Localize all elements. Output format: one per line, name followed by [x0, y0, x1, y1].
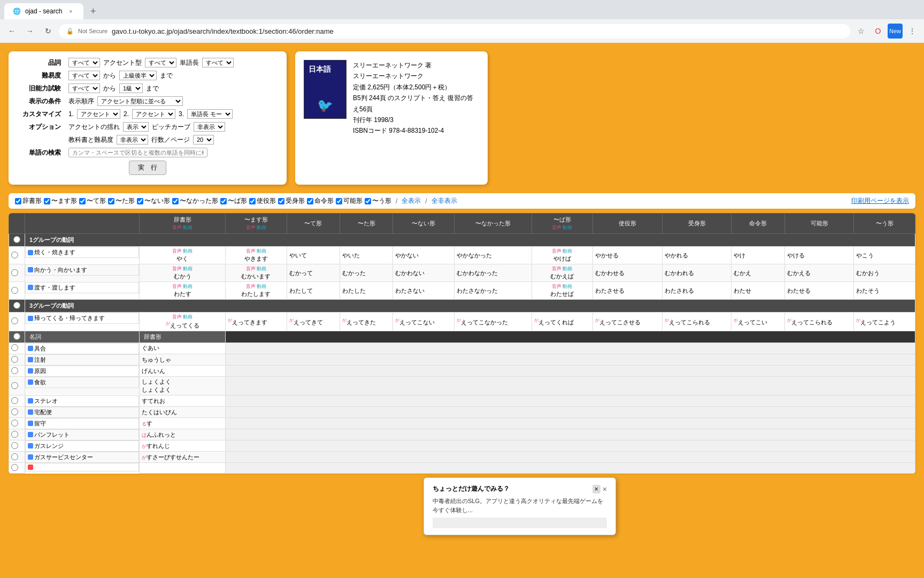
table-row: 宅配便 たくはいびん [9, 407, 915, 418]
back-button[interactable]: ← [4, 24, 19, 39]
ad-header: ちょっとだけ遊んでみる？ × × [433, 484, 607, 493]
accent-yure-select[interactable]: 表示 [123, 122, 149, 132]
jisho-pink: 音声 [172, 248, 182, 255]
label-hinshi: 品詞 [17, 58, 65, 67]
noun-radio[interactable] [13, 333, 20, 340]
row-radio[interactable] [11, 367, 18, 374]
row-radio[interactable] [11, 287, 18, 294]
filter-show-all-label[interactable]: 全表示 [402, 196, 421, 206]
filter-ba-label: 〜ば形 [228, 196, 247, 206]
filter-jisho-checkbox[interactable] [15, 198, 21, 204]
hinshi-select[interactable]: すべて [68, 58, 100, 67]
url-text: gavo.t.u-tokyo.ac.jp/ojad/search/index/t… [112, 27, 334, 35]
forward-button[interactable]: → [22, 24, 37, 39]
group3-header-label: 3グループの動詞 [25, 300, 915, 313]
book-price: 定価 2,625円（本体2,500円＋税） [353, 82, 479, 93]
word-length-select[interactable]: すべて [202, 58, 234, 67]
filter-ukemi-checkbox[interactable] [278, 198, 284, 204]
custom2-select[interactable]: アクセント [132, 109, 175, 119]
new-tab-button[interactable]: + [86, 4, 101, 19]
word-search-input[interactable] [68, 148, 207, 157]
row-radio[interactable] [11, 408, 18, 415]
data-table-container: 辞書形 音声動画 〜ます形 音声動画 〜て形 〜た形 〜ない形 〜なかった形 [9, 213, 915, 474]
row-radio[interactable] [11, 382, 18, 389]
order-select[interactable]: アクセント型順に並べる [97, 96, 183, 106]
filter-meirei-checkbox[interactable] [307, 198, 313, 204]
book-info: スリーエーネットワーク 著 スリーエーネットワーク 定価 2,625円（本体2,… [353, 60, 479, 176]
group1-radio[interactable] [13, 236, 20, 243]
filter-nakatta-label: 〜なかった形 [180, 196, 218, 206]
ad-dismiss-icon[interactable]: × [592, 485, 600, 493]
row-radio[interactable] [11, 420, 18, 427]
row-radio[interactable] [11, 442, 18, 449]
filter-divider: / [396, 197, 397, 205]
menu-button[interactable]: ⋮ [905, 24, 920, 39]
filter-ta-checkbox[interactable] [108, 198, 114, 204]
jlpt-from-select[interactable]: すべて [68, 83, 100, 93]
filter-hide-all-label[interactable]: 全非表示 [432, 196, 457, 206]
custom1-select[interactable]: アクセント [77, 109, 120, 119]
filter-kanou-checkbox[interactable] [336, 198, 342, 204]
filter-nai: 〜ない形 [137, 196, 170, 206]
filter-masu-checkbox[interactable] [44, 198, 50, 204]
word-badge [28, 368, 33, 374]
word-text: 帰ってくる・帰ってきます [34, 314, 105, 322]
word-name: 帰ってくる・帰ってきます [25, 313, 139, 324]
bookmark-button[interactable]: ☆ [853, 24, 868, 39]
word-badge [28, 432, 33, 437]
table-row [9, 463, 915, 474]
group3-radio-cell [9, 300, 25, 313]
table-row: 具合 ぐあい [9, 343, 915, 354]
address-bar[interactable]: 🔓 Not Secure gavo.t.u-tokyo.ac.jp/ojad/s… [59, 24, 850, 39]
filter-nai-checkbox[interactable] [137, 198, 143, 204]
extension-button[interactable]: New [888, 24, 903, 39]
word-badge [28, 454, 33, 460]
row-radio[interactable] [11, 397, 18, 404]
label-custom2: 2. [124, 110, 129, 118]
label-textbook: 教科書と難易度 [68, 135, 113, 144]
noun-header-label: 名詞 [25, 331, 140, 343]
table-row: ステレオ すてれお [9, 396, 915, 407]
row-radio[interactable] [11, 269, 18, 276]
filter-u-checkbox[interactable] [365, 198, 371, 204]
refresh-button[interactable]: ↻ [41, 24, 56, 39]
filter-ba-checkbox[interactable] [220, 198, 227, 204]
pitch-select[interactable]: 非表示 [194, 122, 225, 132]
jlpt-to-select[interactable]: 1級 [119, 83, 143, 93]
row-radio[interactable] [11, 431, 18, 438]
filter-ukemi-label: 受身形 [286, 196, 305, 206]
custom3-select[interactable]: 単語長 モー [187, 109, 233, 119]
tab-favicon: 🌐 [13, 7, 21, 15]
row-radio[interactable] [11, 344, 18, 351]
filter-shieki-checkbox[interactable] [249, 198, 256, 204]
accent-type-select[interactable]: すべて [145, 58, 176, 67]
noun-empty-cols [226, 331, 915, 343]
table-row: 渡す・渡します 音声動画 わたす 音声動画 わたします [9, 282, 915, 300]
active-tab[interactable]: 🌐 ojad - search × [4, 3, 83, 19]
ad-close-button[interactable]: × [603, 485, 607, 493]
profile-button[interactable]: O [871, 24, 886, 39]
table-row: 向かう・向かいます 音声動画 むかう 音声動画 むかいます [9, 264, 915, 282]
difficulty-to-select[interactable]: 上級後半 [119, 71, 157, 80]
print-link[interactable]: 印刷用ページを表示 [851, 196, 909, 206]
pages-select[interactable]: 20 [193, 135, 214, 144]
row-radio[interactable] [11, 464, 18, 471]
cell-ba: 音声動画 やけば [532, 247, 592, 264]
filter-nakatta-checkbox[interactable] [172, 198, 179, 204]
filter-te-checkbox[interactable] [79, 198, 86, 204]
row-radio[interactable] [11, 252, 18, 258]
word-badge [28, 346, 33, 351]
word-badge [28, 357, 33, 362]
label-order: 表示順序 [68, 97, 94, 106]
submit-button[interactable]: 実 行 [129, 161, 166, 175]
row-radio[interactable] [11, 317, 18, 324]
row-radio[interactable] [11, 356, 18, 363]
filter-ta: 〜た形 [108, 196, 135, 206]
group3-radio[interactable] [13, 302, 20, 309]
textbook-select[interactable]: 非表示 [117, 135, 148, 144]
cell-jisho: 音声動画 むかう [139, 264, 225, 282]
tab-close-button[interactable]: × [66, 7, 75, 16]
word-badge [28, 465, 33, 470]
row-radio[interactable] [11, 453, 18, 460]
difficulty-from-select[interactable]: すべて [68, 71, 100, 80]
